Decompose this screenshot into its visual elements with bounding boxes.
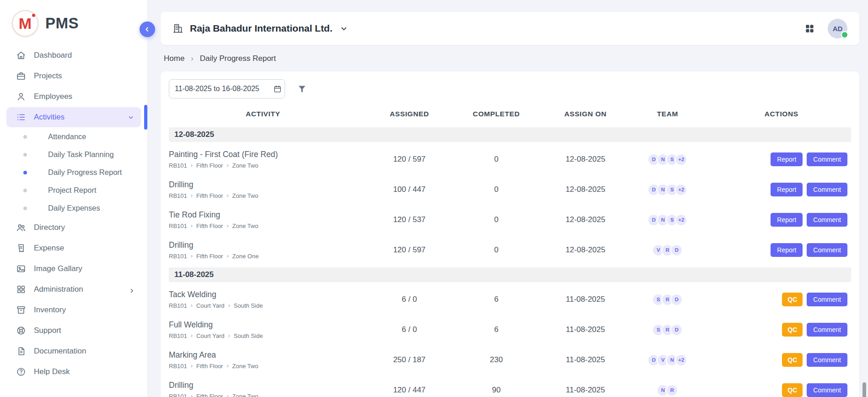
sidebar-item-directory[interactable]: Directory bbox=[6, 218, 141, 238]
comment-button[interactable]: Comment bbox=[807, 353, 847, 367]
comment-button[interactable]: Comment bbox=[807, 152, 847, 166]
building-icon bbox=[173, 23, 183, 34]
chevron-right-icon: › bbox=[191, 393, 193, 397]
assign-on-value: 11-08-2025 bbox=[539, 355, 632, 364]
table-row: Painting - First Coat (Fire Red) RB101›F… bbox=[161, 144, 859, 174]
actions-cell: QCComment bbox=[703, 383, 859, 397]
company-name: Raja Bahadur International Ltd. bbox=[190, 23, 333, 34]
sidebar-subitem-daily-expenses[interactable]: Daily Expenses bbox=[6, 199, 141, 217]
collapse-sidebar-button[interactable] bbox=[140, 22, 155, 37]
actions-cell: QCComment bbox=[703, 353, 859, 367]
breadcrumb-home[interactable]: Home bbox=[164, 54, 184, 63]
qc-button[interactable]: QC bbox=[782, 293, 803, 306]
date-range-value[interactable] bbox=[175, 85, 270, 93]
assign-on-value: 11-08-2025 bbox=[539, 325, 632, 334]
activity-path: RB101›Court Yard›South Side bbox=[169, 302, 365, 309]
calendar-icon[interactable] bbox=[273, 85, 282, 93]
comment-button[interactable]: Comment bbox=[807, 183, 847, 196]
team-avatar[interactable]: R bbox=[666, 384, 678, 397]
path-segment: Fifth Floor bbox=[196, 223, 223, 229]
team-avatar[interactable]: D bbox=[670, 244, 683, 256]
actions-cell: ReportComment bbox=[703, 213, 859, 227]
table-row: Drilling RB101›Fifth Floor›Zone Two 100 … bbox=[161, 174, 859, 205]
comment-button[interactable]: Comment bbox=[807, 293, 847, 306]
sidebar-subitem-daily-task-planning[interactable]: Daily Task Planning bbox=[6, 146, 141, 163]
sidebar-item-administration[interactable]: Administration › bbox=[6, 279, 141, 299]
completed-value: 0 bbox=[453, 245, 539, 255]
sidebar-item-label: Inventory bbox=[34, 305, 66, 315]
team-cell: VRD bbox=[631, 244, 703, 256]
bullet-dot-icon bbox=[23, 207, 27, 210]
chevron-right-icon: › bbox=[191, 54, 193, 63]
qc-button[interactable]: QC bbox=[782, 353, 803, 367]
file-text-icon bbox=[16, 346, 26, 356]
user-avatar[interactable]: AD bbox=[828, 19, 847, 38]
activity-path: RB101›Fifth Floor›Zone Two bbox=[169, 192, 365, 199]
sidebar-item-image-gallary[interactable]: Image Gallary bbox=[6, 259, 141, 279]
qc-button[interactable]: QC bbox=[782, 383, 803, 397]
company-selector[interactable]: Raja Bahadur International Ltd. bbox=[173, 23, 349, 34]
date-range-input[interactable] bbox=[169, 79, 285, 98]
sidebar-item-support[interactable]: Support bbox=[6, 321, 141, 341]
sidebar-subitem-daily-progress-report[interactable]: Daily Progress Report bbox=[6, 163, 141, 181]
app-root: M PMS Dashboard Projects Employees Activ… bbox=[0, 0, 868, 397]
chevron-right-icon: › bbox=[191, 333, 193, 339]
table-row: Full Welding RB101›Court Yard›South Side… bbox=[161, 315, 859, 345]
path-segment: RB101 bbox=[169, 363, 187, 370]
sidebar-subitem-project-report[interactable]: Project Report bbox=[6, 181, 141, 199]
qc-button[interactable]: QC bbox=[782, 323, 803, 337]
sidebar-item-activities[interactable]: Activities › bbox=[6, 107, 141, 127]
chevron-right-icon: › bbox=[226, 253, 228, 259]
comment-button[interactable]: Comment bbox=[807, 383, 847, 397]
sidebar-subitem-label: Attendance bbox=[48, 132, 86, 141]
sidebar-item-projects[interactable]: Projects bbox=[6, 66, 141, 86]
path-segment: Fifth Floor bbox=[196, 393, 223, 397]
activity-name: Drilling bbox=[169, 240, 365, 250]
team-overflow-badge[interactable]: +2 bbox=[675, 153, 687, 166]
filter-button[interactable] bbox=[296, 83, 308, 95]
sidebar-item-help-desk[interactable]: Help Desk bbox=[6, 362, 141, 382]
report-button[interactable]: Report bbox=[771, 152, 803, 166]
completed-value: 90 bbox=[453, 386, 539, 395]
sidebar-item-employees[interactable]: Employees bbox=[6, 87, 141, 107]
team-avatar[interactable]: D bbox=[670, 324, 683, 336]
sidebar-item-inventory[interactable]: Inventory bbox=[6, 300, 141, 320]
comment-button[interactable]: Comment bbox=[807, 213, 847, 227]
column-header-actions: ACTIONS bbox=[703, 110, 859, 118]
path-segment: RB101 bbox=[169, 223, 187, 229]
sidebar: M PMS Dashboard Projects Employees Activ… bbox=[0, 0, 148, 397]
report-button[interactable]: Report bbox=[771, 213, 803, 227]
filter-bar bbox=[161, 71, 859, 98]
sidebar-item-dashboard[interactable]: Dashboard bbox=[6, 45, 141, 65]
page-scrollbar[interactable] bbox=[863, 382, 866, 397]
assigned-value: 100 / 447 bbox=[365, 185, 453, 194]
sidebar-subitem-attendance[interactable]: Attendance bbox=[6, 128, 141, 146]
completed-value: 230 bbox=[453, 355, 539, 364]
sidebar-item-documentation[interactable]: Documentation bbox=[6, 341, 141, 361]
report-button[interactable]: Report bbox=[771, 243, 803, 257]
list-icon bbox=[16, 112, 26, 122]
comment-button[interactable]: Comment bbox=[807, 243, 847, 257]
apps-grid-button[interactable] bbox=[803, 22, 816, 35]
completed-value: 0 bbox=[453, 155, 539, 164]
comment-button[interactable]: Comment bbox=[807, 323, 847, 337]
group-date: 12-08-2025 bbox=[174, 130, 214, 139]
chevron-right-icon: › bbox=[226, 163, 228, 169]
team-overflow-badge[interactable]: +2 bbox=[675, 214, 687, 226]
activity-cell: Tack Welding RB101›Court Yard›South Side bbox=[161, 290, 365, 309]
team-overflow-badge[interactable]: +2 bbox=[675, 184, 687, 196]
path-segment: South Side bbox=[234, 332, 263, 339]
sidebar-item-expense[interactable]: Expense bbox=[6, 238, 141, 258]
sidebar-item-label: Projects bbox=[34, 71, 62, 81]
team-overflow-badge[interactable]: +2 bbox=[675, 354, 687, 366]
path-segment: RB101 bbox=[169, 162, 187, 169]
team-avatar[interactable]: D bbox=[670, 294, 683, 306]
path-segment: Fifth Floor bbox=[196, 162, 223, 169]
users-icon bbox=[16, 223, 26, 233]
apps-grid-icon bbox=[804, 23, 815, 34]
report-button[interactable]: Report bbox=[771, 183, 803, 196]
sidebar-item-label: Documentation bbox=[34, 347, 86, 356]
activity-cell: Marking Area RB101›Fifth Floor›Zone Two bbox=[161, 350, 365, 370]
chevron-down-icon: › bbox=[127, 114, 137, 121]
chevron-right-icon: › bbox=[226, 393, 228, 397]
